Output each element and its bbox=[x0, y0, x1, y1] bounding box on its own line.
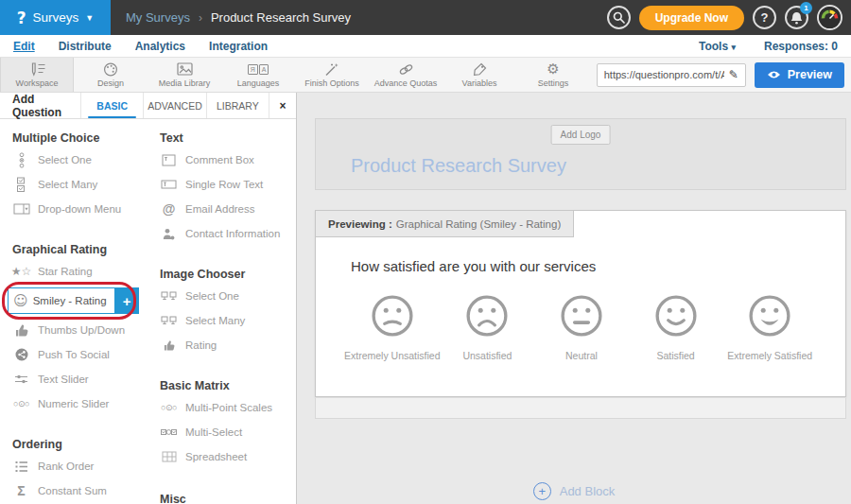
qtype-multi-point-scales[interactable]: ○⊙○ Multi-Point Scales bbox=[160, 395, 295, 420]
toolbar-languages[interactable]: ЯA Languages bbox=[221, 58, 295, 92]
qtype-text-slider[interactable]: Text Slider bbox=[12, 367, 144, 391]
tab-advanced[interactable]: ADVANCED bbox=[144, 93, 206, 118]
gauge-avatar-icon bbox=[819, 7, 841, 28]
survey-url-box: ✎ bbox=[597, 63, 746, 87]
qtype-contact-information[interactable]: Contact Information bbox=[160, 221, 295, 246]
single-row-text-icon bbox=[160, 180, 178, 189]
search-button[interactable] bbox=[607, 6, 631, 29]
app-label: Surveys bbox=[33, 10, 79, 25]
smiley-option-neutral[interactable]: Neutral bbox=[534, 294, 629, 361]
dual-image-icon bbox=[160, 291, 178, 302]
qtype-select-many[interactable]: Select Many bbox=[12, 172, 144, 197]
qtype-image-select-one[interactable]: Select One bbox=[160, 284, 295, 308]
notification-badge: 1 bbox=[800, 2, 812, 14]
tab-integration[interactable]: Integration bbox=[209, 40, 268, 53]
smiley-option-extremely-satisfied[interactable]: Extremely Satisfied bbox=[722, 294, 817, 361]
qtype-numeric-slider[interactable]: ○⊙○ Numeric Slider bbox=[12, 391, 144, 416]
qtype-spreadsheet[interactable]: Spreadsheet bbox=[160, 444, 295, 469]
thumb-rating-icon bbox=[160, 340, 178, 351]
add-smiley-question-button[interactable]: + bbox=[115, 287, 139, 314]
bell-icon bbox=[790, 11, 803, 25]
tag-icon bbox=[473, 62, 487, 77]
add-question-header: Add Question BASIC ADVANCED LIBRARY × bbox=[0, 93, 296, 119]
close-panel-button[interactable]: × bbox=[269, 93, 296, 118]
breadcrumb-my-surveys[interactable]: My Surveys bbox=[126, 10, 190, 25]
smiley-big-smile-icon bbox=[748, 294, 791, 338]
qtype-email-address[interactable]: @ Email Address bbox=[160, 197, 295, 221]
dual-image-icon bbox=[160, 316, 178, 326]
top-bar: ? Surveys ▼ My Surveys › Product Researc… bbox=[0, 0, 851, 35]
close-icon: × bbox=[279, 99, 286, 113]
section-text: Text bbox=[160, 131, 295, 145]
qtype-constant-sum[interactable]: Σ Constant Sum bbox=[12, 478, 144, 503]
survey-nav: Edit Distribute Analytics Integration To… bbox=[0, 35, 851, 58]
smiley-option-unsatisfied[interactable]: Unsatisfied bbox=[441, 294, 535, 361]
toolbar-workspace[interactable]: Workspace bbox=[0, 58, 74, 92]
question-text[interactable]: How satisfied are you with our services bbox=[351, 258, 596, 274]
app-logo-menu[interactable]: ? Surveys ▼ bbox=[0, 0, 111, 35]
survey-preview-area: Add Logo Product Research Survey Preview… bbox=[297, 93, 851, 504]
radio-stack-icon bbox=[12, 152, 30, 168]
multi-select-icon bbox=[160, 428, 178, 437]
avatar[interactable] bbox=[817, 5, 842, 30]
survey-title[interactable]: Product Research Survey bbox=[351, 155, 566, 177]
qtype-select-one[interactable]: Select One bbox=[12, 148, 144, 172]
qtype-multi-select[interactable]: Multi-Select bbox=[160, 420, 295, 444]
edit-toolbar: Workspace Design Media Library ЯA Langua… bbox=[0, 58, 851, 93]
breadcrumb: My Surveys › Product Research Survey bbox=[126, 10, 351, 25]
at-sign-icon: @ bbox=[160, 201, 178, 217]
toolbar-advance-quotas[interactable]: Advance Quotas bbox=[369, 58, 443, 92]
add-logo-button[interactable]: Add Logo bbox=[551, 125, 611, 145]
toolbar-finish-options[interactable]: Finish Options bbox=[295, 58, 369, 92]
tab-distribute[interactable]: Distribute bbox=[59, 40, 112, 53]
qtype-single-row-text[interactable]: Single Row Text bbox=[160, 172, 295, 197]
tab-analytics[interactable]: Analytics bbox=[135, 40, 185, 53]
tools-menu[interactable]: Tools ▾ bbox=[699, 40, 736, 53]
share-icon bbox=[12, 348, 30, 361]
search-icon bbox=[613, 11, 625, 24]
smiley-option-satisfied[interactable]: Satisfied bbox=[629, 294, 723, 361]
tab-library[interactable]: LIBRARY bbox=[207, 93, 269, 118]
qtype-star-rating[interactable]: ★☆ Star Rating bbox=[12, 259, 144, 284]
add-block-button[interactable]: + Add Block bbox=[297, 482, 851, 500]
nav-right: Tools ▾ Responses: 0 bbox=[699, 40, 851, 53]
smiley-rating-box[interactable]: ☺ Smiley - Rating bbox=[8, 287, 115, 314]
preview-button[interactable]: Preview bbox=[755, 62, 844, 88]
sigma-icon: Σ bbox=[12, 483, 30, 498]
qtype-rank-order[interactable]: Rank Order bbox=[12, 454, 144, 478]
qtype-push-to-social[interactable]: Push To Social bbox=[12, 342, 144, 367]
qtype-image-select-many[interactable]: Select Many bbox=[160, 308, 295, 333]
notifications-button[interactable]: 1 bbox=[785, 6, 808, 29]
qtype-image-rating[interactable]: Rating bbox=[160, 333, 295, 357]
smiley-icon: ☺ bbox=[13, 292, 28, 309]
upgrade-now-button[interactable]: Upgrade Now bbox=[639, 6, 744, 30]
add-question-title: Add Question bbox=[0, 93, 81, 118]
questionpro-logo-icon: ? bbox=[17, 9, 26, 27]
toolbar-variables[interactable]: Variables bbox=[443, 58, 516, 92]
responses-count[interactable]: Responses: 0 bbox=[764, 40, 838, 53]
section-misc: Misc bbox=[160, 493, 295, 504]
toolbar-media-library[interactable]: Media Library bbox=[148, 58, 221, 92]
tab-basic[interactable]: BASIC bbox=[81, 93, 144, 118]
survey-url-input[interactable] bbox=[604, 69, 724, 80]
toolbar-design[interactable]: Design bbox=[74, 58, 148, 92]
section-ordering: Ordering bbox=[12, 438, 144, 451]
qtype-thumbs-up-down[interactable]: Thumbs Up/Down bbox=[12, 318, 144, 342]
dropdown-icon bbox=[12, 203, 30, 215]
help-button[interactable]: ? bbox=[753, 6, 776, 29]
multi-point-icon: ○⊙○ bbox=[160, 403, 178, 412]
tab-edit[interactable]: Edit bbox=[13, 40, 35, 53]
qtype-comment-box[interactable]: Comment Box bbox=[160, 148, 295, 172]
survey-header-card: Add Logo Product Research Survey bbox=[315, 118, 846, 190]
workspace-icon bbox=[27, 62, 46, 77]
smiley-option-extremely-unsatisfied[interactable]: Extremely Unsatisfied bbox=[344, 294, 441, 361]
edit-url-pencil-icon[interactable]: ✎ bbox=[729, 68, 738, 81]
gear-icon: ⚙ bbox=[547, 62, 559, 77]
qtype-dropdown-menu[interactable]: Drop-down Menu bbox=[12, 197, 144, 221]
qtype-smiley-rating[interactable]: ☺ Smiley - Rating + bbox=[8, 287, 144, 315]
sliders-icon bbox=[12, 374, 30, 385]
section-multiple-choice: Multiple Choice bbox=[12, 131, 144, 145]
checkbox-stack-icon bbox=[12, 177, 30, 193]
toolbar-settings[interactable]: ⚙ Settings bbox=[516, 58, 590, 92]
question-preview-card: Previewing : Graphical Rating (Smiley - … bbox=[315, 210, 846, 397]
